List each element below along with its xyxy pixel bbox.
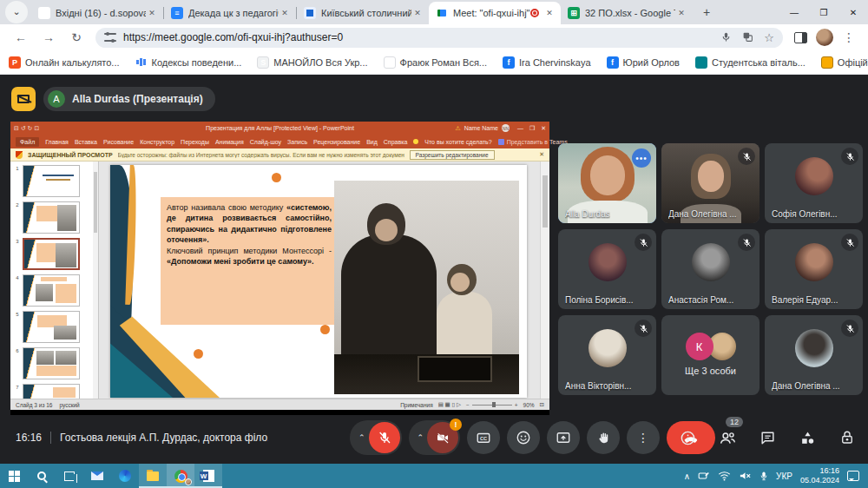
tab-search-chevron-icon[interactable]: ⌄ bbox=[5, 1, 28, 23]
tile-sofia[interactable]: Софія Олегівн... bbox=[765, 143, 863, 223]
ppt-quick-access-toolbar[interactable]: ⊟ ↺ ↻ ⊡ bbox=[14, 125, 39, 132]
tile-options-icon[interactable]: ••• bbox=[632, 148, 651, 168]
back-button[interactable]: ← bbox=[10, 27, 31, 48]
window-restore-button[interactable]: ❐ bbox=[809, 0, 838, 24]
ppt-tab-home[interactable]: Главная bbox=[45, 139, 69, 145]
chrome-app-icon[interactable] bbox=[167, 464, 194, 488]
tab-sheets[interactable]: ⊞ 32 ПО.xlsx - Google Таблиц... ✕ bbox=[561, 2, 693, 24]
mic-options-chevron-icon[interactable]: ⌃ bbox=[355, 433, 369, 442]
ppt-tab-draw[interactable]: Рисование bbox=[103, 139, 134, 145]
enable-editing-button[interactable]: Разрешить редактирование bbox=[410, 150, 495, 160]
tablet-pen-icon[interactable] bbox=[698, 471, 710, 481]
present-in-teams-button[interactable]: Представить в Teams bbox=[498, 139, 568, 145]
ppt-tab-view[interactable]: Вид bbox=[366, 139, 378, 145]
screen-share-area[interactable]: ⊟ ↺ ↻ ⊡ Презентация для Аллы [Protected … bbox=[10, 122, 549, 415]
more-options-button[interactable]: ⋮ bbox=[627, 421, 660, 454]
captions-button[interactable]: CC bbox=[467, 421, 500, 454]
tile-anna[interactable]: Анна Вікторівн... bbox=[558, 315, 656, 395]
word-app-icon[interactable] bbox=[194, 464, 222, 488]
tab-meet-active[interactable]: Meet: "ofi-qxui-ihj" ✕ bbox=[429, 2, 561, 24]
ppt-tab-record[interactable]: Запись bbox=[287, 139, 307, 145]
file-explorer-icon[interactable] bbox=[139, 464, 167, 488]
forward-button[interactable]: → bbox=[38, 27, 59, 48]
slide-thumbnail-panel[interactable]: 1 2 3 4 bbox=[10, 162, 99, 399]
tile-alla-durdas[interactable]: ••• Alla Durdas bbox=[558, 143, 656, 223]
fit-slide-icon[interactable]: ⊡ bbox=[540, 401, 544, 408]
window-close-button[interactable]: ✕ bbox=[838, 0, 868, 24]
ppt-restore-button[interactable]: ❐ bbox=[529, 125, 535, 131]
camera-off-button[interactable]: ! bbox=[427, 422, 458, 453]
notes-button[interactable]: Примечания bbox=[400, 402, 433, 408]
profile-avatar[interactable] bbox=[816, 29, 833, 46]
voice-search-icon[interactable] bbox=[720, 31, 732, 43]
microphone-tray-icon[interactable] bbox=[760, 471, 768, 482]
volume-muted-icon[interactable] bbox=[739, 471, 752, 481]
ppt-tell-me[interactable]: Что вы хотите сделать? bbox=[424, 139, 491, 145]
side-panel-icon[interactable] bbox=[791, 28, 810, 47]
slide-scrollbar[interactable] bbox=[540, 162, 549, 399]
slide-thumbnail[interactable]: 5 bbox=[12, 311, 96, 343]
people-button[interactable]: 12 bbox=[717, 427, 738, 448]
tile-dana-1[interactable]: Дана Олегівна ... bbox=[661, 143, 760, 223]
browser-menu-icon[interactable]: ⋮ bbox=[839, 28, 858, 47]
bookmark-item[interactable]: fIra Chervinskaya bbox=[503, 56, 591, 69]
present-screen-button[interactable] bbox=[547, 421, 580, 454]
slide-thumbnail[interactable]: 2 bbox=[12, 201, 96, 234]
tile-valeria[interactable]: Валерія Едуар... bbox=[765, 229, 863, 309]
camera-options-chevron-icon[interactable]: ⌃ bbox=[414, 433, 428, 442]
language-indicator[interactable]: УКР bbox=[776, 472, 792, 481]
ppt-tab-insert[interactable]: Вставка bbox=[75, 139, 97, 145]
chat-button[interactable] bbox=[757, 427, 778, 448]
ppt-tab-design[interactable]: Конструктор bbox=[140, 139, 174, 145]
tab-close-icon[interactable]: ✕ bbox=[675, 7, 687, 19]
reload-button[interactable]: ↻ bbox=[66, 27, 87, 48]
bookmark-item[interactable]: Офіційний сайт Уп... bbox=[821, 56, 868, 69]
ppt-tab-file[interactable]: Файл bbox=[16, 137, 39, 147]
ppt-account-name[interactable]: Name Name bbox=[464, 125, 498, 131]
tile-dana-2[interactable]: Дана Олегівна ... bbox=[765, 315, 863, 395]
bookmark-item[interactable]: SМАНОЙЛО Вся Укр... bbox=[257, 56, 367, 69]
view-switcher[interactable]: ▤ ▦ ▯ ▷ bbox=[438, 401, 461, 408]
bookmark-item[interactable]: PОнлайн калькулято... bbox=[9, 56, 120, 69]
url-text[interactable]: https://meet.google.com/ofi-qxui-ihj?aut… bbox=[123, 31, 343, 43]
presentation-hidden-icon[interactable] bbox=[11, 87, 36, 111]
bookmark-star-icon[interactable]: ☆ bbox=[764, 31, 774, 44]
bookmark-item[interactable]: Фраюк Роман Вся... bbox=[384, 56, 487, 69]
bookmark-item[interactable]: Кодексы поведени... bbox=[135, 56, 242, 69]
new-tab-button[interactable]: + bbox=[696, 2, 717, 23]
bookmark-item[interactable]: fЮрий Орлов bbox=[607, 56, 680, 69]
ppt-account-avatar[interactable]: NN bbox=[502, 124, 510, 132]
mic-muted-button[interactable] bbox=[369, 422, 400, 453]
ppt-tab-review[interactable]: Рецензирование bbox=[313, 139, 360, 145]
slide-thumbnail[interactable]: 6 bbox=[12, 347, 96, 379]
address-bar[interactable]: https://meet.google.com/ofi-qxui-ihj?aut… bbox=[95, 28, 783, 48]
meeting-details-button[interactable] bbox=[677, 427, 698, 448]
site-settings-icon[interactable] bbox=[104, 33, 116, 42]
zoom-slider[interactable]: −+ bbox=[466, 402, 518, 408]
reactions-button[interactable] bbox=[507, 421, 540, 454]
slide-thumbnail[interactable]: 1 bbox=[12, 165, 96, 197]
ppt-tab-slideshow[interactable]: Слайд-шоу bbox=[250, 139, 281, 145]
tab-docs[interactable]: ≡ Декада цк з педагогічної о... ✕ bbox=[164, 2, 296, 24]
presenter-pill[interactable]: A Alla Durdas (Презентація) bbox=[43, 87, 215, 111]
tile-polina[interactable]: Поліна Борисів... bbox=[558, 229, 656, 309]
tab-close-icon[interactable]: ✕ bbox=[279, 7, 291, 19]
zoom-percent[interactable]: 90% bbox=[523, 402, 535, 408]
edge-app-icon[interactable] bbox=[111, 464, 139, 488]
window-minimize-button[interactable]: — bbox=[779, 0, 809, 24]
language-indicator[interactable]: русский bbox=[59, 402, 79, 408]
raise-hand-button[interactable] bbox=[587, 421, 620, 454]
ppt-tab-animations[interactable]: Анимация bbox=[215, 139, 244, 145]
slide-thumbnail[interactable]: 4 bbox=[12, 274, 96, 307]
task-view-icon[interactable] bbox=[56, 464, 83, 488]
slide-thumbnail-selected[interactable]: 3 bbox=[12, 238, 96, 270]
ppt-close-button[interactable]: ✕ bbox=[541, 125, 546, 131]
wifi-icon[interactable] bbox=[718, 471, 731, 481]
bookmark-item[interactable]: Студентська віталь... bbox=[695, 56, 806, 69]
tab-gmail[interactable]: M Вхідні (16) - d.sopova@kubg ✕ bbox=[31, 2, 163, 24]
mail-app-icon[interactable] bbox=[83, 464, 111, 488]
thumbnail-scrollbar[interactable] bbox=[93, 162, 98, 399]
ppt-tab-help[interactable]: Справка bbox=[384, 139, 407, 145]
slide-thumbnail[interactable]: 7 bbox=[12, 384, 96, 399]
hidden-icons-chevron-icon[interactable]: ∧ bbox=[684, 472, 690, 481]
